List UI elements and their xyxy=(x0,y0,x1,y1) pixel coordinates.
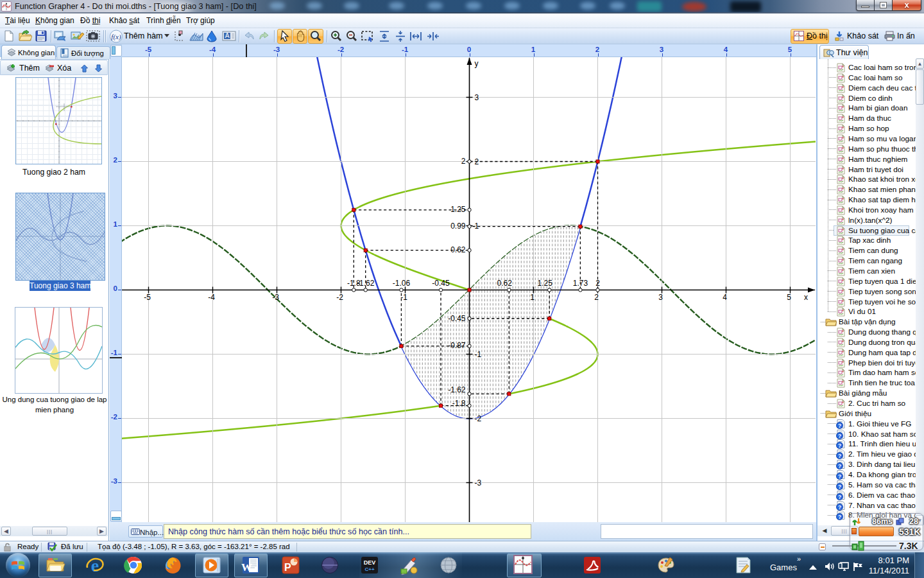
svg-text:-1.06: -1.06 xyxy=(393,279,411,288)
svg-text:f(x): f(x) xyxy=(111,33,121,41)
svg-text:5: 5 xyxy=(787,293,791,302)
svg-text:0.99: 0.99 xyxy=(450,222,466,231)
svg-text:0.62: 0.62 xyxy=(450,245,466,254)
svg-text:DEV: DEV xyxy=(364,559,376,566)
svg-text:?: ? xyxy=(838,442,841,449)
svg-text:1.25: 1.25 xyxy=(538,279,553,288)
svg-text:-5: -5 xyxy=(144,293,151,302)
svg-text:-2: -2 xyxy=(336,293,343,302)
svg-text:-4: -4 xyxy=(208,293,215,302)
svg-text:-0.45: -0.45 xyxy=(432,279,450,288)
svg-text:-0.87: -0.87 xyxy=(448,341,466,350)
svg-text:?: ? xyxy=(838,504,841,511)
svg-text:?: ? xyxy=(838,433,841,439)
svg-text:3: 3 xyxy=(658,293,663,302)
svg-text:2: 2 xyxy=(461,157,466,166)
svg-text:1: 1 xyxy=(475,222,479,231)
svg-text:?: ? xyxy=(838,463,841,469)
svg-text:-2: -2 xyxy=(475,414,482,423)
svg-text:-3: -3 xyxy=(475,478,482,487)
svg-text:?: ? xyxy=(838,453,841,459)
svg-text:1: 1 xyxy=(530,293,535,302)
svg-text:?: ? xyxy=(838,494,841,500)
svg-text:y: y xyxy=(475,59,479,68)
svg-text:-1.62: -1.62 xyxy=(357,279,375,288)
svg-text:2: 2 xyxy=(594,293,599,302)
svg-text:?: ? xyxy=(838,473,841,480)
svg-text:-0.45: -0.45 xyxy=(448,314,466,323)
svg-text:P: P xyxy=(284,562,291,573)
svg-text:2: 2 xyxy=(595,279,600,288)
svg-text:4: 4 xyxy=(723,293,727,302)
svg-text:0.62: 0.62 xyxy=(497,279,513,288)
svg-text:C++: C++ xyxy=(364,566,374,572)
svg-text:A: A xyxy=(225,32,230,39)
svg-text:3: 3 xyxy=(475,93,479,102)
svg-text:-1.62: -1.62 xyxy=(448,385,466,394)
svg-text:x: x xyxy=(804,293,808,302)
svg-text:?: ? xyxy=(838,514,841,520)
svg-text:-1: -1 xyxy=(475,350,482,359)
svg-text:1.73: 1.73 xyxy=(573,279,588,288)
svg-text:1.25: 1.25 xyxy=(450,205,466,214)
svg-text:-3: -3 xyxy=(272,293,279,302)
svg-text:?: ? xyxy=(838,423,841,429)
svg-text:-1.8: -1.8 xyxy=(452,399,466,408)
svg-text:?: ? xyxy=(838,484,841,490)
svg-text:W: W xyxy=(241,561,252,574)
